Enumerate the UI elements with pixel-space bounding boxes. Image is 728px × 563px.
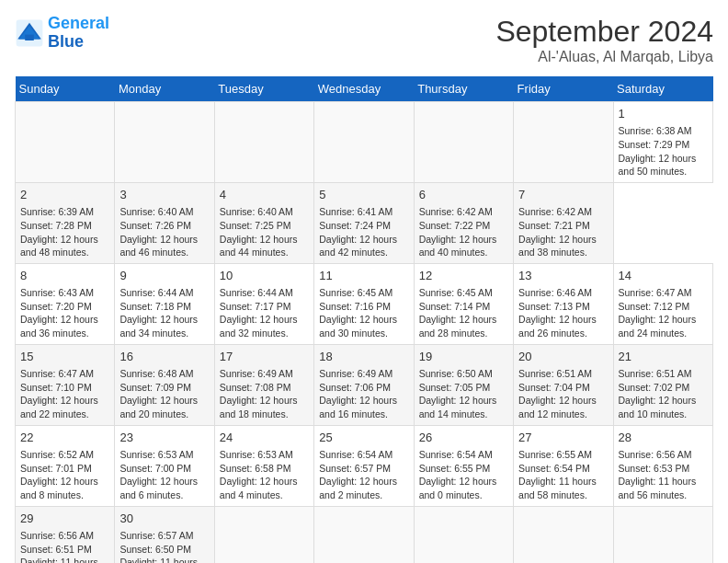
sunrise-text: Sunrise: 6:42 AM	[518, 206, 592, 217]
day-number: 13	[518, 268, 608, 284]
sunset-text: Sunset: 7:10 PM	[20, 382, 92, 393]
sunrise-text: Sunrise: 6:45 AM	[319, 287, 392, 298]
sunrise-text: Sunrise: 6:39 AM	[20, 206, 94, 217]
day-cell: 3Sunrise: 6:40 AMSunset: 7:26 PMDaylight…	[115, 182, 214, 263]
week-row: 8Sunrise: 6:43 AMSunset: 7:20 PMDaylight…	[16, 263, 713, 344]
sunrise-text: Sunrise: 6:40 AM	[119, 206, 193, 217]
logo: General Blue	[15, 15, 109, 52]
empty-cell	[214, 506, 313, 563]
day-cell: 17Sunrise: 6:49 AMSunset: 7:08 PMDayligh…	[214, 344, 313, 425]
day-cell: 18Sunrise: 6:49 AMSunset: 7:06 PMDayligh…	[314, 344, 414, 425]
sunrise-text: Sunrise: 6:51 AM	[619, 368, 692, 379]
day-number: 18	[319, 349, 408, 365]
daylight-text: Daylight: 12 hours and 18 minutes.	[220, 395, 298, 419]
sunset-text: Sunset: 7:02 PM	[619, 382, 690, 393]
sunrise-text: Sunrise: 6:54 AM	[419, 449, 493, 460]
day-cell: 11Sunrise: 6:45 AMSunset: 7:16 PMDayligh…	[314, 263, 414, 344]
week-row: 15Sunrise: 6:47 AMSunset: 7:10 PMDayligh…	[16, 344, 713, 425]
sunrise-text: Sunrise: 6:45 AM	[419, 287, 493, 298]
day-number: 8	[20, 268, 109, 284]
daylight-text: Daylight: 11 hours and 52 minutes.	[119, 557, 198, 563]
sunrise-text: Sunrise: 6:43 AM	[20, 287, 94, 298]
sunset-text: Sunset: 7:06 PM	[319, 382, 391, 393]
daylight-text: Daylight: 12 hours and 32 minutes.	[220, 314, 298, 339]
sunset-text: Sunset: 7:01 PM	[20, 463, 92, 474]
calendar-table: SundayMondayTuesdayWednesdayThursdayFrid…	[15, 76, 713, 563]
day-cell: 21Sunrise: 6:51 AMSunset: 7:02 PMDayligh…	[613, 344, 712, 425]
sunset-text: Sunset: 7:22 PM	[419, 220, 491, 231]
sunset-text: Sunset: 6:54 PM	[518, 463, 590, 474]
sunrise-text: Sunrise: 6:49 AM	[220, 368, 293, 379]
logo-general: General	[48, 14, 109, 32]
sunrise-text: Sunrise: 6:38 AM	[619, 125, 692, 136]
sunset-text: Sunset: 7:00 PM	[119, 463, 191, 474]
day-number: 5	[319, 187, 408, 203]
day-cell: 14Sunrise: 6:47 AMSunset: 7:12 PMDayligh…	[613, 263, 712, 344]
col-header-monday: Monday	[115, 76, 214, 102]
daylight-text: Daylight: 11 hours and 54 minutes.	[20, 557, 98, 563]
empty-cell	[414, 102, 513, 183]
day-cell: 23Sunrise: 6:53 AMSunset: 7:00 PMDayligh…	[115, 425, 214, 506]
sunset-text: Sunset: 6:53 PM	[619, 463, 690, 474]
sunrise-text: Sunrise: 6:41 AM	[319, 206, 392, 217]
week-row: 2Sunrise: 6:39 AMSunset: 7:28 PMDaylight…	[16, 182, 713, 263]
daylight-text: Daylight: 12 hours and 34 minutes.	[119, 314, 198, 339]
day-number: 1	[619, 106, 708, 122]
day-cell: 13Sunrise: 6:46 AMSunset: 7:13 PMDayligh…	[514, 263, 613, 344]
day-number: 15	[20, 349, 109, 365]
day-cell: 2Sunrise: 6:39 AMSunset: 7:28 PMDaylight…	[16, 182, 115, 263]
daylight-text: Daylight: 12 hours and 28 minutes.	[419, 314, 497, 339]
sunrise-text: Sunrise: 6:56 AM	[20, 530, 94, 541]
daylight-text: Daylight: 12 hours and 22 minutes.	[20, 395, 98, 419]
sunrise-text: Sunrise: 6:44 AM	[220, 287, 293, 298]
daylight-text: Daylight: 12 hours and 30 minutes.	[319, 314, 397, 339]
day-cell: 6Sunrise: 6:42 AMSunset: 7:22 PMDaylight…	[414, 182, 513, 263]
sunset-text: Sunset: 7:20 PM	[20, 301, 92, 312]
day-cell: 29Sunrise: 6:56 AMSunset: 6:51 PMDayligh…	[16, 506, 115, 563]
day-number: 2	[20, 187, 109, 203]
day-cell: 1Sunrise: 6:38 AMSunset: 7:29 PMDaylight…	[613, 102, 712, 183]
sunset-text: Sunset: 7:12 PM	[619, 301, 690, 312]
sunset-text: Sunset: 7:09 PM	[119, 382, 191, 393]
sunrise-text: Sunrise: 6:47 AM	[20, 368, 94, 379]
sunset-text: Sunset: 7:13 PM	[518, 301, 590, 312]
day-number: 19	[419, 349, 508, 365]
sunset-text: Sunset: 7:05 PM	[419, 382, 491, 393]
sunrise-text: Sunrise: 6:42 AM	[419, 206, 493, 217]
day-number: 26	[419, 430, 508, 446]
empty-cell	[514, 102, 613, 183]
sunset-text: Sunset: 6:58 PM	[220, 463, 291, 474]
col-header-sunday: Sunday	[16, 76, 115, 102]
day-cell: 10Sunrise: 6:44 AMSunset: 7:17 PMDayligh…	[214, 263, 313, 344]
day-number: 20	[518, 349, 608, 365]
day-number: 17	[220, 349, 309, 365]
empty-cell	[16, 102, 115, 183]
day-number: 7	[518, 187, 608, 203]
day-number: 4	[220, 187, 309, 203]
sunrise-text: Sunrise: 6:40 AM	[220, 206, 293, 217]
week-row: 1Sunrise: 6:38 AMSunset: 7:29 PMDaylight…	[16, 102, 713, 183]
sunset-text: Sunset: 7:08 PM	[220, 382, 291, 393]
day-cell: 28Sunrise: 6:56 AMSunset: 6:53 PMDayligh…	[613, 425, 712, 506]
daylight-text: Daylight: 12 hours and 44 minutes.	[220, 234, 298, 259]
day-cell: 16Sunrise: 6:48 AMSunset: 7:09 PMDayligh…	[115, 344, 214, 425]
sunrise-text: Sunrise: 6:44 AM	[119, 287, 193, 298]
day-number: 28	[619, 430, 708, 446]
sunset-text: Sunset: 7:29 PM	[619, 139, 690, 150]
daylight-text: Daylight: 12 hours and 2 minutes.	[319, 476, 397, 500]
sunset-text: Sunset: 7:25 PM	[220, 220, 291, 231]
day-number: 6	[419, 187, 508, 203]
sunset-text: Sunset: 7:04 PM	[518, 382, 590, 393]
empty-cell	[613, 506, 712, 563]
daylight-text: Daylight: 12 hours and 26 minutes.	[518, 314, 597, 339]
sunset-text: Sunset: 7:26 PM	[119, 220, 191, 231]
daylight-text: Daylight: 11 hours and 56 minutes.	[619, 476, 697, 500]
empty-cell	[115, 102, 214, 183]
empty-cell	[514, 506, 613, 563]
sunrise-text: Sunrise: 6:56 AM	[619, 449, 692, 460]
day-cell: 24Sunrise: 6:53 AMSunset: 6:58 PMDayligh…	[214, 425, 313, 506]
day-cell: 20Sunrise: 6:51 AMSunset: 7:04 PMDayligh…	[514, 344, 613, 425]
daylight-text: Daylight: 12 hours and 0 minutes.	[419, 476, 497, 500]
sunset-text: Sunset: 7:18 PM	[119, 301, 191, 312]
daylight-text: Daylight: 12 hours and 38 minutes.	[518, 234, 597, 259]
